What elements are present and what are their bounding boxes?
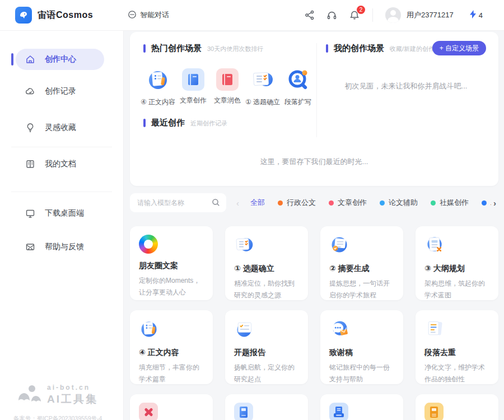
hot-scene-article-polish[interactable]: 文章润色 xyxy=(214,68,241,107)
sidebar-item-help-feedback[interactable]: 帮助与反馈 xyxy=(16,236,104,258)
my-scenes-empty-text: 初次见面，未来让我和你并肩战斗吧... xyxy=(326,81,486,91)
card-topic-selection[interactable]: ① 选题确立 精准定位，助你找到研究的灵感之源 xyxy=(225,226,308,300)
custom-scene-button[interactable]: + 自定义场景 xyxy=(432,41,486,55)
hot-scenes-section: 热门创作场景 30天内使用次数排行 ④ 正文内容 文章创作 xyxy=(143,43,311,107)
app-title: 宙语Cosmos xyxy=(38,10,93,21)
card-paragraph-dedupe[interactable]: 段落去重 净化文字，维护学术作品的独创性 xyxy=(416,310,498,384)
card-body-content[interactable]: ④ 正文内容 填充细节，丰富你的学术篇章 xyxy=(130,310,213,384)
sidebar-item-my-documents[interactable]: 我的文档 xyxy=(16,153,104,175)
icp-footer: 备案号：蜀ICP备2023039559号-4 为了防范电信网络诈骗 如接到962… xyxy=(0,414,115,420)
sidebar-item-creation-records[interactable]: 创作记录 xyxy=(16,81,104,102)
card-description: 精准定位，助你找到研究的灵感之源 xyxy=(234,278,299,301)
tab-official-documents[interactable]: 行政公文 xyxy=(278,198,316,208)
hot-scene-label: 文章润色 xyxy=(214,96,241,105)
app-logo-icon xyxy=(15,7,32,24)
card-description: 架构思维，筑起你的学术蓝图 xyxy=(424,278,489,301)
model-cards-grid: 朋友圈文案 定制你的Moments，让分享更动人心 ① 选题确立 精准定位，助你… xyxy=(130,226,498,420)
card-title: 朋友圈文案 xyxy=(139,261,204,271)
monitor-icon xyxy=(25,208,36,219)
doc-check-icon xyxy=(329,248,349,256)
blue-printer-icon xyxy=(329,403,348,420)
tab-label: 行政公文 xyxy=(287,198,316,208)
tabs-scroll-left-button[interactable]: ‹ xyxy=(234,198,241,208)
chat-bubble-icon xyxy=(128,10,137,21)
cloud-icon xyxy=(25,86,36,97)
red-book-icon xyxy=(216,68,239,91)
card-partial[interactable] xyxy=(225,394,308,420)
energy-counter[interactable]: 4 xyxy=(469,10,483,20)
tabs-scroll-right-button[interactable]: › xyxy=(491,198,498,208)
recent-title: 最近创作 xyxy=(151,118,185,128)
model-filter-bar: ‹ 全部 行政公文 文章创作 论文辅助 社媒创作 xyxy=(130,193,498,212)
energy-count: 4 xyxy=(479,11,483,20)
red-cross-icon xyxy=(139,403,158,420)
user-avatar[interactable] xyxy=(385,7,401,23)
sidebar-item-label: 我的文档 xyxy=(45,159,76,169)
card-description: 定制你的Moments，让分享更动人心 xyxy=(139,275,204,298)
card-abstract-generation[interactable]: ② 摘要生成 提炼思想，一句话开启你的学术旅程 xyxy=(320,226,403,300)
clipboard-pencil-icon xyxy=(139,332,159,340)
home-icon xyxy=(25,54,36,65)
magnifier-person-icon xyxy=(287,68,309,92)
ai-bot-watermark: ai-bot.cn AI工具集 xyxy=(18,384,98,407)
tab-work-efficiency[interactable]: 工作提 xyxy=(482,198,491,208)
recent-section: 最近创作 近期创作记录 xyxy=(143,118,227,128)
sidebar-item-label: 灵感收藏 xyxy=(45,123,76,133)
tab-social-media[interactable]: 社媒创作 xyxy=(431,198,469,208)
sidebar-item-label: 创作中心 xyxy=(45,54,76,64)
hot-scene-label: ④ 正文内容 xyxy=(141,97,175,107)
hot-scenes-title: 热门创作场景 xyxy=(151,43,202,54)
sidebar-item-label: 下载桌面端 xyxy=(45,208,84,218)
hot-scene-topic-selection[interactable]: ① 选题确立 xyxy=(248,68,277,107)
watermark-name: AI工具集 xyxy=(47,392,98,407)
my-scenes-title: 我的创作场景 xyxy=(334,43,384,54)
hot-scene-paragraph-expand[interactable]: 段落扩写 xyxy=(284,68,311,107)
blue-book-icon xyxy=(234,403,253,420)
document-book-icon xyxy=(25,158,36,170)
card-title: 开题报告 xyxy=(234,348,299,358)
sidebar-item-label: 帮助与反馈 xyxy=(45,242,84,252)
card-opening-report[interactable]: 开题报告 扬帆启航，定义你的研究起点 xyxy=(225,310,308,384)
sidebar-item-download-desktop[interactable]: 下载桌面端 xyxy=(16,203,104,224)
category-dot-icon xyxy=(278,200,283,206)
tab-thesis-assist[interactable]: 论文辅助 xyxy=(380,198,418,208)
tab-label: 全部 xyxy=(250,198,265,208)
moments-ring-icon xyxy=(139,235,158,254)
card-acknowledgement[interactable]: 致谢稿 铭记旅程中的每一份支持与帮助 xyxy=(320,310,403,384)
recent-subtitle: 近期创作记录 xyxy=(190,119,227,128)
main-content: 热门创作场景 30天内使用次数排行 ④ 正文内容 文章创作 xyxy=(124,31,504,420)
tab-article-writing[interactable]: 文章创作 xyxy=(329,198,367,208)
lightbulb-icon xyxy=(25,122,36,133)
card-partial[interactable] xyxy=(130,394,213,420)
doc-outline-icon xyxy=(424,248,445,256)
sidebar-item-creation-center[interactable]: 创作中心 xyxy=(16,49,104,70)
ai-bot-logo-icon xyxy=(18,385,41,405)
category-dot-icon xyxy=(329,200,334,206)
mail-feedback-icon xyxy=(25,241,36,253)
card-title: 段落去重 xyxy=(424,348,489,358)
card-title: ③ 大纲规划 xyxy=(424,264,489,274)
section-accent-bar xyxy=(143,119,146,127)
icp-line: 备案号：蜀ICP备2023039559号-4 xyxy=(0,414,115,420)
nav-smart-chat[interactable]: 智能对话 xyxy=(128,10,169,21)
tab-label: 论文辅助 xyxy=(389,198,418,208)
card-description: 净化文字，维护学术作品的独创性 xyxy=(424,362,489,385)
sidebar-item-inspiration[interactable]: 灵感收藏 xyxy=(16,117,104,138)
bell-icon[interactable]: 2 xyxy=(349,10,360,21)
tab-label: 社媒创作 xyxy=(440,198,469,208)
card-partial[interactable] xyxy=(416,394,498,420)
my-scenes-section: 我的创作场景 收藏/新建的创作场景 + 自定义场景 xyxy=(326,43,486,54)
header-actions: 2 用户23771217 4 xyxy=(293,7,504,23)
clipboard-check-icon xyxy=(251,68,274,92)
card-partial[interactable] xyxy=(320,394,403,420)
tab-all[interactable]: 全部 xyxy=(250,198,265,208)
category-dot-icon xyxy=(482,200,487,206)
card-title: ④ 正文内容 xyxy=(139,348,204,358)
hot-scene-body-content[interactable]: ④ 正文内容 xyxy=(143,68,172,107)
card-moments-copy[interactable]: 朋友圈文案 定制你的Moments，让分享更动人心 xyxy=(130,226,213,300)
share-icon[interactable] xyxy=(304,10,315,21)
card-outline-planning[interactable]: ③ 大纲规划 架构思维，筑起你的学术蓝图 xyxy=(416,226,498,300)
hot-scene-article-writing[interactable]: 文章创作 xyxy=(180,68,207,107)
card-description: 扬帆启航，定义你的研究起点 xyxy=(234,362,299,385)
headset-icon[interactable] xyxy=(326,10,338,21)
